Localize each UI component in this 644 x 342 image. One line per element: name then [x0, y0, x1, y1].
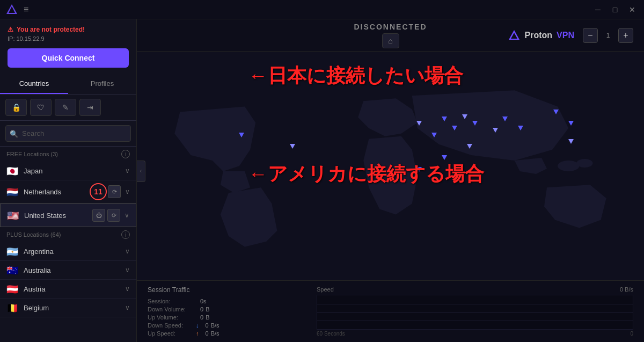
japan-flag-icon: 🇯🇵 — [6, 166, 18, 175]
down-arrow-icon: ↓ — [196, 322, 199, 329]
world-map-svg — [137, 52, 644, 280]
japan-name: Japan — [24, 167, 123, 175]
map-area[interactable]: ←日本に接続したい場合 ←アメリカに接続する場合 — [137, 52, 644, 280]
plus-section-label: PLUS Locations (64) — [6, 231, 61, 238]
netherlands-refresh-icon[interactable]: ⟳ — [108, 185, 121, 198]
warning-icon: ⚠ — [8, 26, 13, 33]
country-item-austria[interactable]: 🇦🇹 Austria ∨ — [0, 280, 136, 299]
up-arrow-icon: ↑ — [196, 330, 199, 337]
us-chevron-icon[interactable]: ∨ — [125, 212, 129, 219]
title-bar-controls: ─ □ ✕ — [590, 3, 640, 16]
plus-section-info-icon[interactable]: i — [121, 230, 130, 239]
zoom-level: 1 — [600, 32, 616, 39]
tab-countries[interactable]: Countries — [0, 74, 68, 94]
stats-row-up-volume: Up Volume: 0 B — [148, 314, 306, 321]
belgium-flag-icon: 🇧🇪 — [6, 303, 18, 312]
stats-row-down-volume: Down Volume: 0 B — [148, 306, 306, 312]
app-logo-icon — [4, 2, 19, 17]
stats-row-down-speed: Down Speed: ↓ 0 B/s — [148, 322, 306, 329]
tab-profiles[interactable]: Profiles — [68, 74, 136, 94]
title-bar: ≡ ─ □ ✕ — [0, 0, 644, 19]
graph-area — [317, 295, 633, 330]
free-section-header: FREE Locations (3) i — [0, 147, 136, 162]
proton-logo: ProtonVPN — [508, 29, 574, 42]
australia-flag-icon: 🇦🇺 — [6, 266, 18, 274]
argentina-flag-icon: 🇦🇷 — [6, 247, 18, 256]
search-input[interactable] — [5, 125, 131, 142]
filter-all-icon[interactable]: 🔒 — [5, 99, 27, 116]
graph-bottom-labels: 60 Seconds 0 — [317, 331, 633, 337]
down-speed-label: Down Speed: — [148, 322, 196, 329]
us-actions: ⏻ ⟳ ∨ — [92, 209, 129, 222]
connection-status: DISCONNECTED ⌂ — [255, 23, 526, 48]
country-item-united-states[interactable]: 🇺🇸 United States ⏻ ⟳ ∨ — [0, 203, 136, 227]
hamburger-menu-icon[interactable]: ≡ — [24, 5, 28, 14]
grid-line-3 — [317, 321, 633, 321]
us-refresh-icon[interactable]: ⟳ — [107, 209, 120, 222]
netherlands-chevron-icon[interactable]: ∨ — [125, 188, 130, 195]
vpn-text: VPN — [557, 31, 574, 40]
up-speed-label: Up Speed: — [148, 330, 196, 337]
netherlands-actions: ⟳ ∨ — [108, 185, 130, 198]
stats-left: Session Traffic Session: 0s Down Volume:… — [148, 286, 306, 337]
title-bar-left: ≡ — [4, 2, 28, 17]
search-wrap: 🔍 — [5, 125, 131, 142]
zoom-in-button[interactable]: + — [618, 28, 633, 43]
main-content: DISCONNECTED ⌂ ProtonVPN − 1 + — [137, 19, 644, 342]
filter-edit-icon[interactable]: ✎ — [55, 99, 76, 116]
country-item-belgium[interactable]: 🇧🇪 Belgium ∨ — [0, 299, 136, 317]
quick-connect-button[interactable]: Quick Connect — [8, 48, 129, 68]
us-power-icon[interactable]: ⏻ — [92, 209, 105, 222]
close-button[interactable]: ✕ — [625, 3, 640, 16]
country-item-netherlands[interactable]: 🇳🇱 Netherlands 11 ⟳ ∨ — [0, 180, 136, 203]
svg-point-4 — [558, 161, 579, 171]
japan-chevron-icon[interactable]: ∨ — [125, 167, 130, 174]
protection-warning: ⚠ You are not protected! — [8, 26, 129, 33]
austria-name: Austria — [24, 285, 123, 293]
down-volume-value: 0 — [200, 306, 203, 312]
free-section-label: FREE Locations (3) — [6, 151, 58, 157]
country-list: FREE Locations (3) i 🇯🇵 Japan ∨ 🇳🇱 Nethe… — [0, 147, 136, 342]
speed-label: Speed — [317, 286, 334, 293]
up-volume-value: 0 — [200, 314, 203, 321]
country-item-australia[interactable]: 🇦🇺 Australia ∨ — [0, 261, 136, 280]
australia-name: Australia — [24, 266, 123, 274]
main-layout: ⚠ You are not protected! IP: 10.15.22.9 … — [0, 19, 644, 342]
australia-chevron-icon[interactable]: ∨ — [125, 266, 130, 274]
grid-line-1 — [317, 304, 633, 304]
graph-right-label: 0 — [630, 331, 633, 337]
maximize-button[interactable]: □ — [608, 3, 623, 16]
up-speed-unit: B/s — [211, 330, 219, 337]
country-item-japan[interactable]: 🇯🇵 Japan ∨ — [0, 162, 136, 180]
down-speed-unit: B/s — [211, 322, 219, 329]
sidebar-collapse-arrow[interactable]: ‹ — [137, 161, 145, 182]
proton-text: Proton — [525, 31, 553, 40]
belgium-chevron-icon[interactable]: ∨ — [125, 304, 130, 311]
search-container: 🔍 — [0, 121, 136, 147]
up-speed-value: 0 — [206, 330, 209, 337]
japan-actions: ∨ — [123, 167, 130, 174]
argentina-chevron-icon[interactable]: ∨ — [125, 248, 130, 255]
us-flag-icon: 🇺🇸 — [7, 211, 19, 220]
ip-address: IP: 10.15.22.9 — [8, 35, 129, 42]
austria-chevron-icon[interactable]: ∨ — [125, 285, 130, 293]
down-volume-label: Down Volume: — [148, 306, 196, 312]
filter-secure-icon[interactable]: 🛡 — [30, 99, 52, 116]
home-button[interactable]: ⌂ — [382, 33, 399, 48]
us-name: United States — [24, 212, 92, 220]
free-section-info-icon[interactable]: i — [121, 150, 130, 158]
stats-row-session: Session: 0s — [148, 298, 306, 304]
down-speed-value: 0 — [206, 322, 209, 329]
filter-exit-icon[interactable]: ⇥ — [79, 99, 101, 116]
up-volume-label: Up Volume: — [148, 314, 196, 321]
session-traffic-label: Session Traffic — [148, 286, 306, 294]
bottom-stats-bar: Session Traffic Session: 0s Down Volume:… — [137, 280, 644, 342]
warning-text: You are not protected! — [17, 26, 85, 33]
up-volume-unit: B — [206, 314, 209, 321]
country-item-argentina[interactable]: 🇦🇷 Argentina ∨ — [0, 242, 136, 261]
austria-flag-icon: 🇦🇹 — [6, 285, 18, 293]
zoom-out-button[interactable]: − — [583, 28, 598, 43]
minimize-button[interactable]: ─ — [590, 3, 605, 16]
netherlands-flag-icon: 🇳🇱 — [6, 187, 18, 196]
speed-value-label: 0 B/s — [620, 286, 633, 293]
